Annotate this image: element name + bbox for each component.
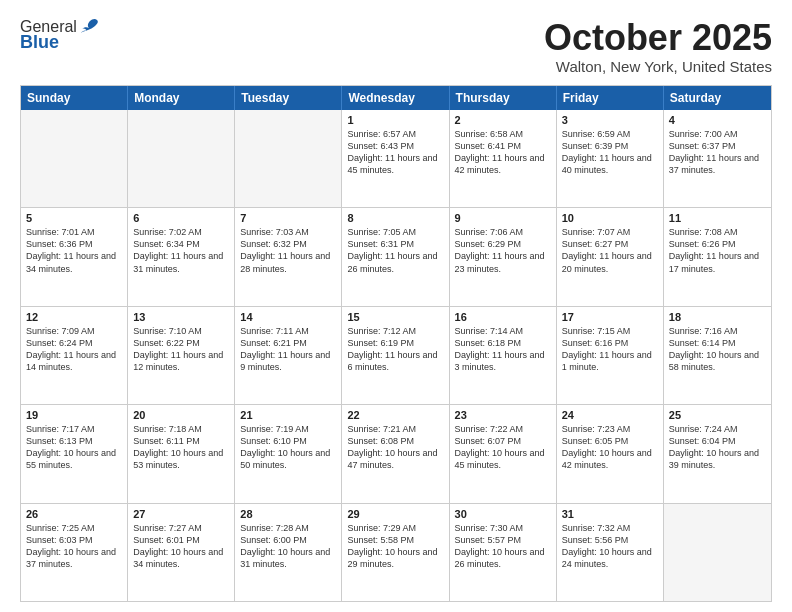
day-header-monday: Monday <box>128 86 235 110</box>
day-cell-26: 26Sunrise: 7:25 AMSunset: 6:03 PMDayligh… <box>21 504 128 601</box>
cell-date-number: 20 <box>133 409 229 421</box>
cell-date-number: 8 <box>347 212 443 224</box>
cell-date-number: 5 <box>26 212 122 224</box>
cell-day-info: Sunrise: 7:27 AMSunset: 6:01 PMDaylight:… <box>133 522 229 571</box>
logo-blue-text: Blue <box>20 32 59 53</box>
day-cell-24: 24Sunrise: 7:23 AMSunset: 6:05 PMDayligh… <box>557 405 664 502</box>
day-cell-30: 30Sunrise: 7:30 AMSunset: 5:57 PMDayligh… <box>450 504 557 601</box>
page-header: General Blue October 2025 Walton, New Yo… <box>20 18 772 75</box>
cell-date-number: 24 <box>562 409 658 421</box>
day-cell-2: 2Sunrise: 6:58 AMSunset: 6:41 PMDaylight… <box>450 110 557 207</box>
day-header-saturday: Saturday <box>664 86 771 110</box>
cell-day-info: Sunrise: 7:29 AMSunset: 5:58 PMDaylight:… <box>347 522 443 571</box>
day-cell-9: 9Sunrise: 7:06 AMSunset: 6:29 PMDaylight… <box>450 208 557 305</box>
cell-day-info: Sunrise: 7:19 AMSunset: 6:10 PMDaylight:… <box>240 423 336 472</box>
day-cell-20: 20Sunrise: 7:18 AMSunset: 6:11 PMDayligh… <box>128 405 235 502</box>
cell-day-info: Sunrise: 7:05 AMSunset: 6:31 PMDaylight:… <box>347 226 443 275</box>
empty-cell <box>128 110 235 207</box>
day-cell-13: 13Sunrise: 7:10 AMSunset: 6:22 PMDayligh… <box>128 307 235 404</box>
day-cell-12: 12Sunrise: 7:09 AMSunset: 6:24 PMDayligh… <box>21 307 128 404</box>
cell-day-info: Sunrise: 7:09 AMSunset: 6:24 PMDaylight:… <box>26 325 122 374</box>
cell-date-number: 3 <box>562 114 658 126</box>
cell-day-info: Sunrise: 6:57 AMSunset: 6:43 PMDaylight:… <box>347 128 443 177</box>
day-cell-16: 16Sunrise: 7:14 AMSunset: 6:18 PMDayligh… <box>450 307 557 404</box>
cell-date-number: 16 <box>455 311 551 323</box>
day-cell-3: 3Sunrise: 6:59 AMSunset: 6:39 PMDaylight… <box>557 110 664 207</box>
calendar-page: General Blue October 2025 Walton, New Yo… <box>0 0 792 612</box>
calendar-grid: SundayMondayTuesdayWednesdayThursdayFrid… <box>20 85 772 602</box>
day-cell-28: 28Sunrise: 7:28 AMSunset: 6:00 PMDayligh… <box>235 504 342 601</box>
cell-day-info: Sunrise: 7:22 AMSunset: 6:07 PMDaylight:… <box>455 423 551 472</box>
cell-day-info: Sunrise: 7:11 AMSunset: 6:21 PMDaylight:… <box>240 325 336 374</box>
cell-date-number: 19 <box>26 409 122 421</box>
cell-date-number: 17 <box>562 311 658 323</box>
cell-date-number: 2 <box>455 114 551 126</box>
day-cell-21: 21Sunrise: 7:19 AMSunset: 6:10 PMDayligh… <box>235 405 342 502</box>
cell-day-info: Sunrise: 7:15 AMSunset: 6:16 PMDaylight:… <box>562 325 658 374</box>
cell-day-info: Sunrise: 7:24 AMSunset: 6:04 PMDaylight:… <box>669 423 766 472</box>
cell-date-number: 22 <box>347 409 443 421</box>
cell-day-info: Sunrise: 7:23 AMSunset: 6:05 PMDaylight:… <box>562 423 658 472</box>
cell-day-info: Sunrise: 6:59 AMSunset: 6:39 PMDaylight:… <box>562 128 658 177</box>
day-cell-22: 22Sunrise: 7:21 AMSunset: 6:08 PMDayligh… <box>342 405 449 502</box>
cell-date-number: 27 <box>133 508 229 520</box>
title-block: October 2025 Walton, New York, United St… <box>544 18 772 75</box>
calendar-body: 1Sunrise: 6:57 AMSunset: 6:43 PMDaylight… <box>21 110 771 601</box>
cell-date-number: 6 <box>133 212 229 224</box>
cell-day-info: Sunrise: 7:18 AMSunset: 6:11 PMDaylight:… <box>133 423 229 472</box>
day-cell-17: 17Sunrise: 7:15 AMSunset: 6:16 PMDayligh… <box>557 307 664 404</box>
cell-date-number: 21 <box>240 409 336 421</box>
cell-date-number: 23 <box>455 409 551 421</box>
cell-date-number: 30 <box>455 508 551 520</box>
cell-date-number: 25 <box>669 409 766 421</box>
empty-cell <box>664 504 771 601</box>
cell-date-number: 12 <box>26 311 122 323</box>
logo-bird-icon <box>79 18 101 36</box>
day-cell-8: 8Sunrise: 7:05 AMSunset: 6:31 PMDaylight… <box>342 208 449 305</box>
calendar-row-1: 1Sunrise: 6:57 AMSunset: 6:43 PMDaylight… <box>21 110 771 207</box>
cell-date-number: 7 <box>240 212 336 224</box>
cell-date-number: 4 <box>669 114 766 126</box>
logo: General Blue <box>20 18 101 53</box>
day-header-sunday: Sunday <box>21 86 128 110</box>
cell-day-info: Sunrise: 7:14 AMSunset: 6:18 PMDaylight:… <box>455 325 551 374</box>
cell-date-number: 10 <box>562 212 658 224</box>
calendar-row-3: 12Sunrise: 7:09 AMSunset: 6:24 PMDayligh… <box>21 306 771 404</box>
cell-day-info: Sunrise: 7:00 AMSunset: 6:37 PMDaylight:… <box>669 128 766 177</box>
calendar-header-row: SundayMondayTuesdayWednesdayThursdayFrid… <box>21 86 771 110</box>
day-cell-27: 27Sunrise: 7:27 AMSunset: 6:01 PMDayligh… <box>128 504 235 601</box>
day-cell-6: 6Sunrise: 7:02 AMSunset: 6:34 PMDaylight… <box>128 208 235 305</box>
cell-day-info: Sunrise: 7:16 AMSunset: 6:14 PMDaylight:… <box>669 325 766 374</box>
day-cell-19: 19Sunrise: 7:17 AMSunset: 6:13 PMDayligh… <box>21 405 128 502</box>
cell-day-info: Sunrise: 7:01 AMSunset: 6:36 PMDaylight:… <box>26 226 122 275</box>
cell-day-info: Sunrise: 7:06 AMSunset: 6:29 PMDaylight:… <box>455 226 551 275</box>
day-cell-4: 4Sunrise: 7:00 AMSunset: 6:37 PMDaylight… <box>664 110 771 207</box>
cell-date-number: 31 <box>562 508 658 520</box>
cell-date-number: 28 <box>240 508 336 520</box>
day-cell-14: 14Sunrise: 7:11 AMSunset: 6:21 PMDayligh… <box>235 307 342 404</box>
cell-date-number: 1 <box>347 114 443 126</box>
day-cell-18: 18Sunrise: 7:16 AMSunset: 6:14 PMDayligh… <box>664 307 771 404</box>
day-header-thursday: Thursday <box>450 86 557 110</box>
day-cell-25: 25Sunrise: 7:24 AMSunset: 6:04 PMDayligh… <box>664 405 771 502</box>
cell-day-info: Sunrise: 7:07 AMSunset: 6:27 PMDaylight:… <box>562 226 658 275</box>
cell-day-info: Sunrise: 7:17 AMSunset: 6:13 PMDaylight:… <box>26 423 122 472</box>
calendar-row-4: 19Sunrise: 7:17 AMSunset: 6:13 PMDayligh… <box>21 404 771 502</box>
day-cell-7: 7Sunrise: 7:03 AMSunset: 6:32 PMDaylight… <box>235 208 342 305</box>
day-cell-23: 23Sunrise: 7:22 AMSunset: 6:07 PMDayligh… <box>450 405 557 502</box>
day-cell-1: 1Sunrise: 6:57 AMSunset: 6:43 PMDaylight… <box>342 110 449 207</box>
month-title: October 2025 <box>544 18 772 58</box>
cell-date-number: 13 <box>133 311 229 323</box>
day-header-friday: Friday <box>557 86 664 110</box>
cell-day-info: Sunrise: 7:03 AMSunset: 6:32 PMDaylight:… <box>240 226 336 275</box>
cell-day-info: Sunrise: 7:32 AMSunset: 5:56 PMDaylight:… <box>562 522 658 571</box>
day-cell-31: 31Sunrise: 7:32 AMSunset: 5:56 PMDayligh… <box>557 504 664 601</box>
cell-day-info: Sunrise: 7:10 AMSunset: 6:22 PMDaylight:… <box>133 325 229 374</box>
calendar-row-2: 5Sunrise: 7:01 AMSunset: 6:36 PMDaylight… <box>21 207 771 305</box>
cell-day-info: Sunrise: 7:28 AMSunset: 6:00 PMDaylight:… <box>240 522 336 571</box>
cell-day-info: Sunrise: 7:30 AMSunset: 5:57 PMDaylight:… <box>455 522 551 571</box>
cell-date-number: 14 <box>240 311 336 323</box>
day-cell-29: 29Sunrise: 7:29 AMSunset: 5:58 PMDayligh… <box>342 504 449 601</box>
day-cell-11: 11Sunrise: 7:08 AMSunset: 6:26 PMDayligh… <box>664 208 771 305</box>
cell-date-number: 29 <box>347 508 443 520</box>
